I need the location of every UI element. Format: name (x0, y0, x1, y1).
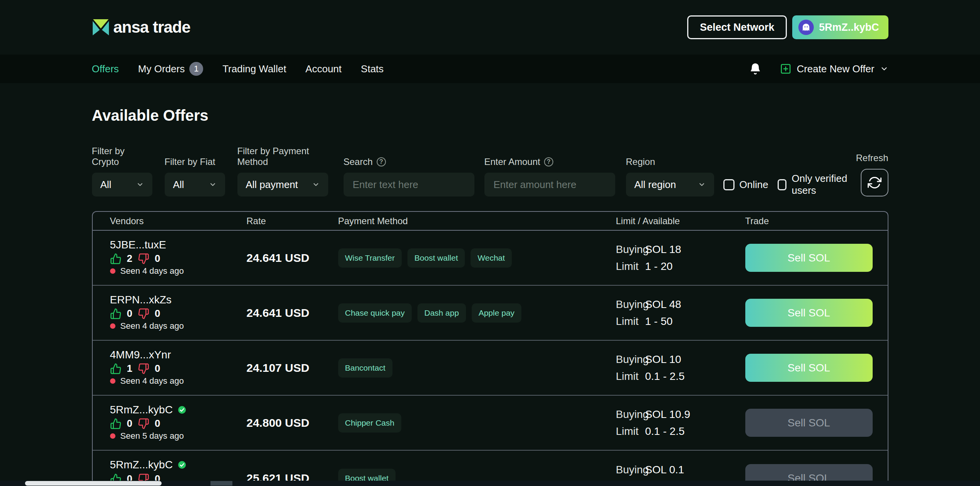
chevron-down-icon (880, 65, 888, 73)
payment-method-tag: Bancontact (338, 358, 392, 378)
vendor-name[interactable]: 5RmZ...kybC (110, 404, 173, 416)
last-seen-text: Seen 4 days ago (120, 321, 184, 331)
offers-table: Vendors Rate Payment Method Limit / Avai… (92, 211, 888, 486)
vendor-name[interactable]: 5RmZ...kybC (110, 459, 173, 471)
payment-method-tag: Dash app (417, 303, 466, 323)
check-circle-icon (177, 460, 187, 469)
wallet-button[interactable]: 5RmZ..kybC (792, 15, 888, 39)
top-header: ansa trade Select Network 5RmZ..kybC (0, 0, 980, 55)
nav-item-account[interactable]: Account (306, 63, 342, 75)
sell-sol-button[interactable]: Sell SOL (745, 354, 873, 382)
filters-bar: Filter by Crypto All Filter by Fiat All … (92, 146, 888, 196)
upvote-count: 2 (127, 253, 132, 265)
sync-icon (868, 176, 881, 190)
brand-logo[interactable]: ansa trade (92, 18, 190, 37)
create-new-offer-button[interactable]: Create New Offer (780, 63, 888, 75)
limit-value: 0.1 - 2.5 (645, 370, 685, 383)
buying-value: SOL 10.9 (645, 408, 690, 421)
downvote-count: 0 (155, 363, 160, 374)
thumbs-up-icon (110, 253, 122, 265)
only-verified-users-label: Only verified users (791, 173, 856, 196)
vendor-name[interactable]: 5JBE...tuxE (110, 239, 166, 251)
chevron-down-icon (312, 181, 320, 188)
payment-method-tag: Chipper Cash (338, 413, 401, 433)
nav-item-my-orders[interactable]: My Orders 1 (138, 62, 203, 76)
region-select[interactable]: All region (626, 173, 714, 196)
chevron-down-icon (698, 181, 706, 188)
my-orders-count-badge: 1 (189, 62, 203, 76)
filter-payment-label: Filter by Payment Method (237, 146, 328, 167)
buying-label: Buying (616, 353, 645, 366)
vendor-name[interactable]: 4MM9...xYnr (110, 349, 171, 361)
online-checkbox[interactable] (723, 179, 735, 190)
page-title: Available Offers (92, 107, 888, 124)
payment-method-tag: Wechat (471, 248, 512, 268)
horizontal-scrollbar-fragment (210, 481, 232, 486)
filter-fiat-label: Filter by Fiat (165, 156, 225, 167)
limit-value: 1 - 50 (645, 315, 673, 328)
limit-value: 0.1 - 2.5 (645, 425, 685, 438)
vendor-name[interactable]: ERPN...xkZs (110, 294, 172, 306)
downvote-count: 0 (155, 253, 160, 265)
nav-item-trading-wallet[interactable]: Trading Wallet (222, 63, 286, 75)
search-input[interactable] (344, 173, 474, 196)
thumbs-down-icon (138, 363, 149, 374)
upvote-count: 1 (127, 363, 132, 374)
limit-label: Limit (616, 425, 645, 438)
table-row: 4MM9...xYnr 1 0 Seen 4 days ago 24.107 U… (93, 341, 888, 396)
amount-label: Enter Amount ? (484, 156, 615, 167)
limit-label: Limit (616, 315, 645, 328)
bell-icon[interactable] (749, 63, 761, 75)
downvote-count: 0 (155, 418, 160, 429)
red-dot-icon (110, 268, 115, 274)
only-verified-users-checkbox[interactable] (778, 179, 787, 190)
payment-method-tag: Apple pay (472, 303, 521, 323)
upvote-count: 0 (127, 418, 132, 429)
table-row: ERPN...xkZs 0 0 Seen 4 days ago 24.641 U… (93, 286, 888, 341)
nav-item-stats[interactable]: Stats (361, 63, 384, 75)
buying-value: SOL 10 (645, 353, 681, 366)
horizontal-scrollbar-thumb[interactable] (25, 481, 162, 486)
table-row: 5JBE...tuxE 2 0 Seen 4 days ago 24.641 U… (93, 231, 888, 286)
rate-value: 24.107 USD (247, 341, 338, 395)
buying-label: Buying (616, 298, 645, 311)
filter-fiat-select[interactable]: All (165, 173, 225, 196)
thumbs-up-icon (110, 363, 122, 374)
amount-input[interactable] (484, 173, 615, 196)
downvote-count: 0 (155, 308, 160, 320)
select-network-button[interactable]: Select Network (687, 15, 787, 39)
column-payment-method: Payment Method (338, 216, 616, 226)
filter-crypto-select[interactable]: All (92, 173, 152, 196)
verified-filter: Only verified users (778, 173, 856, 196)
table-header: Vendors Rate Payment Method Limit / Avai… (93, 212, 888, 231)
online-filter: Online (723, 173, 768, 196)
rate-value: 24.641 USD (247, 231, 338, 285)
horizontal-scrollbar[interactable] (0, 481, 980, 486)
filter-payment-select[interactable]: All payment (237, 173, 328, 196)
sell-sol-button[interactable]: Sell SOL (745, 244, 873, 272)
thumbs-up-icon (110, 308, 122, 320)
nav-item-offers[interactable]: Offers (92, 63, 119, 75)
rate-value: 24.800 USD (247, 396, 338, 450)
last-seen-text: Seen 4 days ago (120, 266, 184, 276)
nav-bar: Offers My Orders 1 Trading Wallet Accoun… (0, 55, 980, 83)
question-circle-icon: ? (377, 157, 386, 166)
column-limit-available: Limit / Available (616, 216, 745, 226)
phantom-ghost-icon (798, 20, 814, 35)
wallet-address: 5RmZ..kybC (819, 22, 879, 33)
brand-name: ansa trade (114, 18, 190, 37)
buying-value: SOL 0.1 (645, 464, 684, 476)
chevron-down-icon (136, 181, 144, 188)
rate-value: 24.641 USD (247, 286, 338, 340)
limit-label: Limit (616, 370, 645, 383)
sell-sol-button[interactable]: Sell SOL (745, 299, 873, 327)
plus-square-icon (780, 63, 791, 75)
payment-method-tag: Chase quick pay (338, 303, 412, 323)
buying-label: Buying (616, 464, 645, 476)
limit-value: 1 - 20 (645, 260, 673, 273)
envelope-triangles-logo-icon (92, 18, 110, 36)
thumbs-down-icon (138, 253, 149, 265)
refresh-button[interactable] (861, 169, 888, 196)
column-vendors: Vendors (110, 216, 247, 226)
chevron-down-icon (209, 181, 217, 188)
